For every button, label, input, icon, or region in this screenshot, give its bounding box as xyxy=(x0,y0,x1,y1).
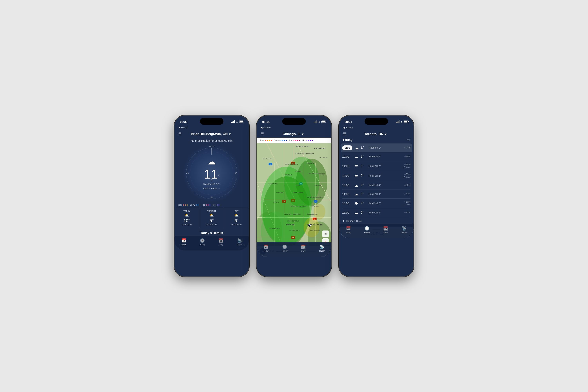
svg-text:GREENCASTLE: GREENCASTLE xyxy=(287,220,299,222)
forecast-tonight[interactable]: TONIGHT ⛅ 5° RealFeel 3° xyxy=(199,208,224,228)
fc-sat-rf: RealFeel 5° xyxy=(225,224,248,226)
hourly-unit: °C xyxy=(406,138,410,142)
signal-icon-2 xyxy=(314,120,317,123)
legend-rain: Rain xyxy=(178,204,188,206)
tab-hourly-2[interactable]: 🕐 Hourly xyxy=(276,244,294,252)
tab-hourly-icon-3: 🕐 xyxy=(364,226,370,231)
hr-time-0: 9:00 xyxy=(342,146,352,150)
tab-bar-3: 📅 Today 🕐 Hourly 📆 Daily 📡 Radar xyxy=(339,224,414,238)
svg-text:GOODLAND: GOODLAND xyxy=(268,183,278,185)
legend-ice-2: Ice xyxy=(289,139,300,142)
hourly-row-2[interactable]: 11:00 🌧 9° RealFeel 2° ◇55% 0.3 mm xyxy=(342,161,410,171)
drop-0: ◇ xyxy=(404,146,406,149)
tab-today-1[interactable]: 📅 Today xyxy=(174,238,193,246)
hourly-row-1[interactable]: 10:00 ☁ 8° RealFeel 3° ◇49% xyxy=(342,152,410,161)
tab-radar-3[interactable]: 📡 Radar xyxy=(395,226,414,234)
legend-snow-2: Snow xyxy=(274,139,288,142)
hr-rf-5: RealFeel 3° xyxy=(368,193,402,196)
dot-i3 xyxy=(209,204,210,206)
hr-rf-0: RealFeel 2° xyxy=(369,146,402,149)
hr-rf-1: RealFeel 3° xyxy=(368,155,402,158)
svg-text:WINAMAC: WINAMAC xyxy=(284,174,292,176)
hr-icon-3: 🌧 xyxy=(354,174,359,178)
hr-time-6: 15:00 xyxy=(342,202,352,205)
svg-text:6: 6 xyxy=(270,164,271,165)
tab-daily-3[interactable]: 📆 Daily xyxy=(376,226,395,234)
back-search-2[interactable]: ◀ Search xyxy=(257,126,331,130)
hourly-row-6[interactable]: 15:00 🌧 9° RealFeel 2° ◇51% 0.3 mm xyxy=(342,198,410,208)
svg-text:INDIANA: INDIANA xyxy=(286,224,294,226)
wifi-icon-1: ▲ xyxy=(236,120,238,123)
svg-text:MARION: MARION xyxy=(314,184,321,186)
tab-hourly-1[interactable]: 🕐 Hourly xyxy=(193,238,212,246)
svg-text:SILVER LAKE: SILVER LAKE xyxy=(309,173,319,174)
nav-title-1[interactable]: Briar Hill-Belgravia, ON ∨ xyxy=(191,132,231,136)
hr-precip-4: ◇49% xyxy=(404,184,410,186)
hourly-row-5[interactable]: 14:00 ☁ 9° RealFeel 3° ◇47% xyxy=(342,190,410,198)
forecast-sat[interactable]: SAT ⛅ 6° RealFeel 5° xyxy=(224,208,249,228)
menu-icon-1[interactable]: ☰ xyxy=(178,132,182,136)
battery-icon-2 xyxy=(322,120,326,123)
svg-text:LIGONIER: LIGONIER xyxy=(320,156,327,158)
tab-today-icon-3: 📅 xyxy=(346,226,351,231)
tab-today-label-3: Today xyxy=(346,232,351,234)
precip-banner: No precipitation for at least 60 min xyxy=(174,138,249,144)
back-search-3[interactable]: ◀ Search xyxy=(339,126,414,130)
svg-point-78 xyxy=(309,225,310,226)
hr-precip-3: ◇55% 0.3 mm xyxy=(404,173,410,178)
nav-title-3[interactable]: Toronto, ON ∨ xyxy=(364,132,387,136)
hr-icon-7: ☁ xyxy=(354,210,359,215)
fc-today-temp: 10° xyxy=(175,218,198,223)
svg-text:CLOVERDALE: CLOVERDALE xyxy=(289,230,300,231)
tab-hourly-label-3: Hourly xyxy=(364,232,370,234)
hr-precip-1: ◇49% xyxy=(404,155,410,158)
tab-daily-2[interactable]: 📆 Daily xyxy=(294,244,312,252)
hourly-list: 9:00 ☁ 8° RealFeel 2° ◇22% 10:00 ☁ 8° Re… xyxy=(339,144,414,225)
hourly-row-3[interactable]: 12:00 🌧 9° RealFeel 2° ◇55% 0.3 mm xyxy=(342,171,410,181)
wifi-icon-2: ▲ xyxy=(318,120,320,123)
map-legend: Rain Snow Ice xyxy=(257,138,331,143)
tab-today-3[interactable]: 📅 Today xyxy=(339,226,358,234)
nav-title-2[interactable]: Chicago, IL ∨ xyxy=(283,132,304,136)
phone-3: 08:31 ▲ ◀ Search ☰ Toronto, ON ∨ Frida xyxy=(339,116,414,276)
tab-today-2[interactable]: 📅 Today xyxy=(257,244,276,252)
dot-m2 xyxy=(218,204,220,206)
menu-icon-3[interactable]: ☰ xyxy=(343,132,346,136)
tab-radar-1[interactable]: 📡 Radar xyxy=(230,238,249,246)
hr-icon-4: ☁ xyxy=(354,183,359,188)
mix-label: Mix xyxy=(213,204,216,206)
map-container[interactable]: 65 65 65 6 24 31 74 69 xyxy=(257,143,331,257)
tab-today-icon-2: 📅 xyxy=(264,244,268,249)
forecast-today[interactable]: TODAY ⛅ 10° RealFeel 5° xyxy=(174,208,199,228)
fc-sat-label: SAT xyxy=(225,210,248,212)
next-hours[interactable]: Next 4 Hours → xyxy=(203,187,220,190)
temp-unit: ° xyxy=(218,174,219,178)
hourly-row-7[interactable]: 16:00 ☁ 9° RealFeel 3° ◇47% xyxy=(342,208,410,217)
battery-icon-3 xyxy=(404,120,408,123)
hourly-row-0[interactable]: 9:00 ☁ 8° RealFeel 2° ◇22% xyxy=(341,144,412,152)
fc-sat-temp: 6° xyxy=(225,218,248,223)
svg-text:DEER CREEK: DEER CREEK xyxy=(293,192,304,194)
fc-tonight-rf: RealFeel 3° xyxy=(200,224,223,226)
dot-r1 xyxy=(183,204,184,206)
svg-text:WALNUT: WALNUT xyxy=(295,171,302,172)
hr-rf-2: RealFeel 2° xyxy=(368,165,402,168)
fc-tonight-label: TONIGHT xyxy=(200,210,223,212)
snow-label: Snow xyxy=(190,204,195,206)
tab-daily-1[interactable]: 📆 Daily xyxy=(212,238,230,246)
phone-2: 08:31 ▲ ◀ Search ☰ Chicago, IL ∨ Rain xyxy=(257,116,331,276)
back-search-1[interactable]: ◀ Search xyxy=(174,126,249,130)
tab-radar-icon-3: 📡 xyxy=(402,226,407,231)
tab-bar-2: 📅 Today 🕐 Hourly 📆 Daily 📡 Radar xyxy=(257,242,331,257)
menu-icon-2[interactable]: ☰ xyxy=(261,132,264,136)
hourly-row-4[interactable]: 13:00 ☁ 9° RealFeel 4° ◇49% xyxy=(342,181,410,190)
dot-r3 xyxy=(186,204,188,206)
tab-radar-2[interactable]: 📡 Radar xyxy=(312,244,331,252)
forecast-row: TODAY ⛅ 10° RealFeel 5° TONIGHT ⛅ 5° Rea… xyxy=(174,208,249,228)
layers-button[interactable]: ⊞ xyxy=(322,230,329,237)
status-icons-3: ▲ xyxy=(396,120,408,123)
fc-sat-icon: ⛅ xyxy=(225,213,248,217)
svg-text:KOKOMO: KOKOMO xyxy=(307,196,314,198)
dot-m3 xyxy=(220,204,221,206)
tab-hourly-3[interactable]: 🕐 Hourly xyxy=(358,226,376,234)
